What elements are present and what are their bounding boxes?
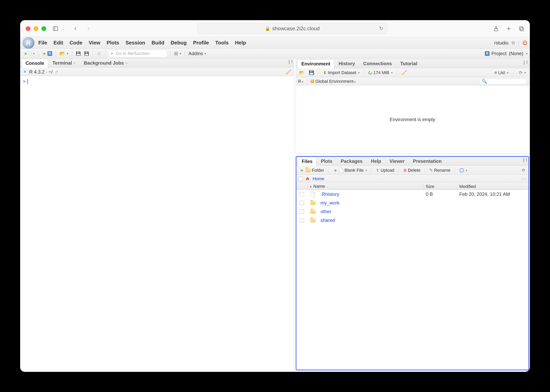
new-tab-icon[interactable] [506,26,512,32]
quit-session-icon[interactable]: ⏻ [522,40,528,46]
rename-button[interactable]: ✎ Rename [428,167,452,173]
tab-tutorial[interactable]: Tutorial [397,59,421,68]
path-more-icon[interactable]: ⋯ [522,176,527,181]
menu-tools[interactable]: Tools [215,40,229,46]
workspace-panes-button[interactable]: ▾ [173,50,182,57]
more-gear-button[interactable]: ▾ [458,168,468,173]
maximize-env-icon[interactable] [527,61,527,64]
new-project-button[interactable]: ＋R [41,50,53,57]
zoom-window-button[interactable] [42,26,46,31]
minimize-window-button[interactable] [34,26,38,31]
popout-console-icon[interactable]: ⇗ [55,69,58,75]
file-name-link[interactable]: shared [320,217,335,223]
memory-usage[interactable]: 174 MiB▾ [367,70,394,76]
home-link[interactable]: Home [313,176,324,181]
project-label[interactable]: Project: (None) [492,51,523,56]
save-button[interactable]: 💾 [75,50,82,57]
tab-plots[interactable]: Plots [317,157,336,166]
new-file-button[interactable]: ＋▾ [22,50,35,57]
goto-file-input[interactable]: ➤ Go to file/function [108,50,167,57]
view-mode-list[interactable]: ≡ List▾ [493,70,509,76]
menu-plots[interactable]: Plots [107,40,119,46]
menu-build[interactable]: Build [152,40,164,46]
tabs-overview-icon[interactable] [518,26,524,32]
env-toolbar: 📂 💾 ⬇ Import Dataset▾ 174 MiB▾ 🧹 [296,68,529,77]
maximize-files-icon[interactable] [526,158,527,161]
col-size-header[interactable]: Size [424,183,457,190]
tab-history[interactable]: History [335,59,359,68]
print-button[interactable]: 🖨 [96,50,102,57]
maximize-pane-icon[interactable] [292,60,292,63]
select-all-checkbox[interactable] [298,177,303,181]
back-button[interactable] [72,26,78,32]
console-body[interactable]: > [20,76,294,372]
open-file-button[interactable]: 📂▾ [59,50,69,57]
search-icon: 🔍 [482,79,487,84]
save-workspace-button[interactable]: 💾 [308,70,315,76]
row-checkbox[interactable] [300,210,304,214]
delete-button[interactable]: ⊘ Delete [402,167,422,173]
chevron-down-icon[interactable]: ⌄ [62,27,65,31]
file-row[interactable]: .Rhistory0 BFeb 20, 2024, 10:21 AM [296,190,529,199]
clear-console-icon[interactable]: 🧹 [286,69,292,75]
share-icon[interactable] [493,26,499,32]
file-name-link[interactable]: my_work [320,200,339,206]
tab-console[interactable]: Console [22,59,48,68]
close-window-button[interactable] [26,26,30,31]
file-name-link[interactable]: other [320,209,331,214]
menu-view[interactable]: View [89,40,100,46]
file-row[interactable]: shared [296,216,529,225]
reload-icon[interactable]: ↻ [379,26,383,32]
tab-background-jobs[interactable]: Background Jobs× [80,58,131,67]
new-blank-file-button[interactable]: ＋ Blank File▾ [332,167,368,174]
col-modified-header[interactable]: Modified [457,183,529,190]
new-folder-button[interactable]: ＋ Folder [298,167,325,174]
menu-file[interactable]: File [38,40,47,46]
tab-viewer[interactable]: Viewer [386,157,408,166]
addins-menu[interactable]: Addins▾ [188,50,207,57]
save-all-button[interactable]: 💾 [83,50,90,57]
import-dataset-button[interactable]: ⬇ Import Dataset▾ [322,70,361,76]
project-caret-icon[interactable]: ▾ [526,52,528,55]
tab-terminal[interactable]: Terminal× [49,58,79,67]
file-row[interactable]: my_work [296,199,529,207]
menu-debug[interactable]: Debug [171,40,187,46]
refresh-env-button[interactable]: ⟳▾ [518,70,527,76]
svg-rect-6 [520,28,523,31]
popout-icon[interactable]: ⧉ [512,40,515,45]
clear-objects-button[interactable]: 🧹 [400,70,408,76]
tab-packages[interactable]: Packages [337,157,367,166]
sidebar-toggle-icon[interactable] [53,26,58,32]
row-checkbox[interactable] [300,192,304,196]
tab-files[interactable]: Files [298,157,316,166]
tab-help[interactable]: Help [367,157,385,166]
tab-environment[interactable]: Environment [298,59,334,68]
row-checkbox[interactable] [300,201,304,205]
col-name-header[interactable]: ▲Name [307,183,424,190]
menu-code[interactable]: Code [70,40,82,46]
file-name-link[interactable]: .Rhistory [320,191,339,197]
load-workspace-button[interactable]: 📂 [298,70,306,76]
close-tab-icon[interactable]: × [125,61,128,65]
home-icon[interactable] [305,177,310,181]
env-search-input[interactable]: 🔍 [480,78,527,84]
minimize-pane-icon[interactable] [289,60,290,63]
forward-button[interactable] [85,26,91,32]
menu-profile[interactable]: Profile [193,40,209,46]
tab-presentation[interactable]: Presentation [409,157,445,166]
minimize-files-icon[interactable] [523,158,524,161]
upload-button[interactable]: ⬆ Upload [375,167,396,173]
menu-edit[interactable]: Edit [54,40,63,46]
env-scope[interactable]: Global Environment▾ [311,79,355,84]
menu-session[interactable]: Session [125,40,145,46]
menu-help[interactable]: Help [235,40,246,46]
close-tab-icon[interactable]: × [74,61,76,65]
minimize-env-icon[interactable] [524,61,524,64]
language-scope[interactable]: R▾ [298,79,303,84]
env-tabstrip: EnvironmentHistoryConnectionsTutorial [296,59,529,68]
refresh-files-button[interactable]: ⟳ [521,167,527,173]
tab-connections[interactable]: Connections [360,59,396,68]
url-bar[interactable]: 🔒 showcase.2i2c.cloud ↻ [198,23,387,34]
row-checkbox[interactable] [300,218,304,223]
file-row[interactable]: other [296,207,529,216]
